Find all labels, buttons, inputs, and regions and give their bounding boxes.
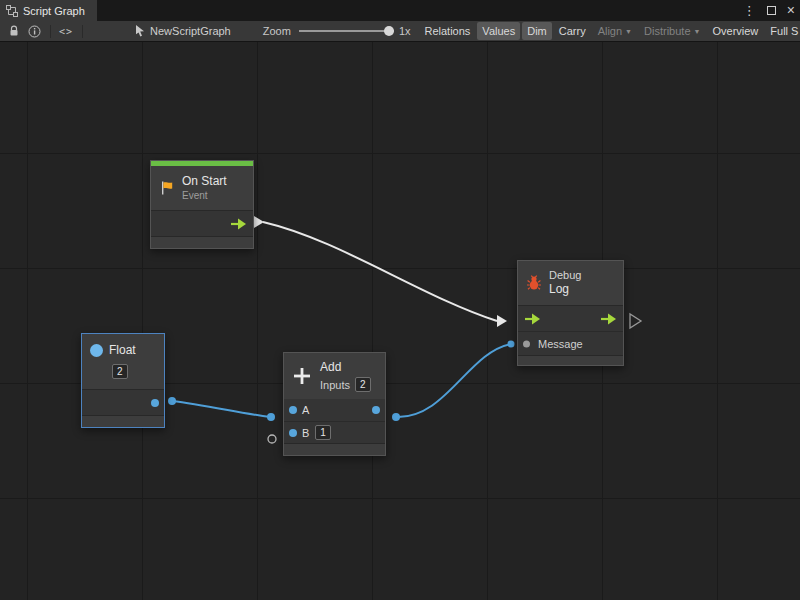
code-icon[interactable]: <> [59,26,73,37]
tab-title: Script Graph [23,5,85,17]
cursor-icon [135,25,145,37]
tab-script-graph[interactable]: Script Graph [0,0,97,21]
graph-canvas[interactable] [0,42,800,600]
node-float[interactable]: Float 2 [81,333,165,428]
plus-icon [292,366,312,386]
add-output-port[interactable] [372,406,380,414]
info-icon[interactable] [28,25,41,38]
float-value-field[interactable]: 2 [112,364,128,379]
float-output-port[interactable] [151,399,159,407]
node-footer [518,355,623,365]
bug-icon [526,275,542,291]
zoom-label: Zoom [263,25,291,37]
control-output-port-icon[interactable] [230,218,247,230]
control-output-port-icon[interactable] [600,313,617,325]
inputs-label: Inputs [320,379,350,391]
chevron-down-icon: ▼ [694,28,701,35]
graph-toolbar: <> NewScriptGraph Zoom 1x Relations Valu… [0,21,800,42]
inputs-count-field[interactable]: 2 [355,377,371,392]
node-title: Add [320,360,371,375]
tab-bar: Script Graph ⋮ × [0,0,800,21]
input-port-a[interactable] [289,406,297,414]
node-subtitle: Event [182,189,227,202]
relations-button[interactable]: Relations [420,22,476,40]
dim-button[interactable]: Dim [522,22,552,40]
node-footer [82,415,164,427]
zoom-slider-handle[interactable] [384,26,394,36]
port-a-label: A [302,404,309,416]
close-icon[interactable]: × [787,0,795,21]
toolbar-divider [50,25,51,38]
align-label: Align [598,25,622,37]
b-value-field[interactable]: 1 [315,425,331,440]
distribute-label: Distribute [644,25,690,37]
chevron-down-icon: ▼ [625,28,632,35]
align-button[interactable]: Align▼ [593,22,637,40]
port-row-a: A [284,399,385,421]
zoom-slider-track[interactable] [299,30,394,32]
node-add[interactable]: Add Inputs 2 A B 1 [283,352,386,456]
node-debug-log[interactable]: Debug Log Message [517,260,624,366]
script-graph-icon [6,5,18,17]
node-title: Float [109,343,136,358]
lock-icon[interactable] [8,25,20,37]
port-b-label: B [302,427,309,439]
message-port-row: Message [518,331,623,355]
control-input-port-icon[interactable] [524,313,541,325]
node-footer [284,443,385,455]
toolbar-divider [82,25,83,38]
node-subtitle: Debug [549,269,581,282]
graph-name: NewScriptGraph [150,25,231,37]
flag-icon [159,180,175,196]
node-title: On Start [182,174,227,189]
node-footer [151,236,253,248]
message-label: Message [538,338,583,350]
float-icon [90,344,103,357]
maximize-icon[interactable] [767,6,776,15]
fullscreen-button[interactable]: Full S [765,22,800,40]
overview-button[interactable]: Overview [707,22,763,40]
carry-button[interactable]: Carry [554,22,591,40]
message-input-port[interactable] [523,340,530,347]
window-controls: ⋮ × [743,0,795,21]
distribute-button[interactable]: Distribute▼ [639,22,705,40]
node-on-start[interactable]: On Start Event [150,160,254,249]
menu-icon[interactable]: ⋮ [743,0,756,21]
graph-breadcrumb[interactable]: NewScriptGraph [135,25,231,37]
port-row-b: B 1 [284,421,385,443]
input-port-b[interactable] [289,429,297,437]
zoom-slider[interactable] [299,25,394,37]
zoom-value: 1x [399,25,411,37]
node-title: Log [549,282,581,297]
values-button[interactable]: Values [477,22,520,40]
